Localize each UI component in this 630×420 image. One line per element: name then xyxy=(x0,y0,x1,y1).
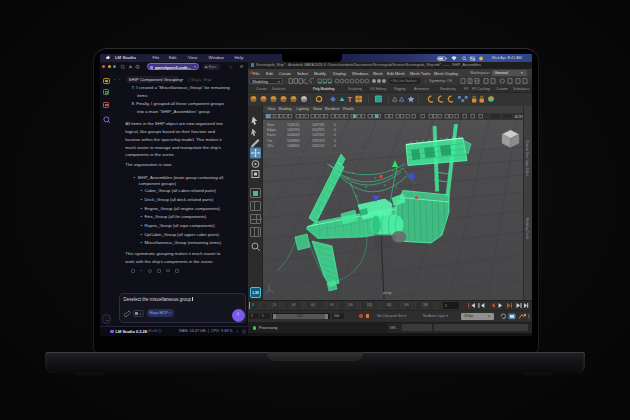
svg-text:Tris: Tris xyxy=(267,138,273,142)
svg-text:Verts: Verts xyxy=(267,122,275,126)
svg-text:1043145: 1043145 xyxy=(287,122,300,126)
svg-text:0: 0 xyxy=(334,144,336,148)
svg-text:1062991: 1062991 xyxy=(312,128,325,132)
svg-text:1068635: 1068635 xyxy=(287,144,300,148)
svg-text:UVs: UVs xyxy=(267,144,273,148)
svg-text:Edges: Edges xyxy=(267,128,276,132)
svg-text:1061993: 1061993 xyxy=(287,128,300,132)
svg-text:1044043: 1044043 xyxy=(287,133,300,137)
svg-text:T: T xyxy=(348,95,353,104)
svg-text:0: 0 xyxy=(334,128,336,132)
svg-text:Faces: Faces xyxy=(267,133,276,137)
svg-text:1065205: 1065205 xyxy=(312,144,325,148)
svg-text:0: 0 xyxy=(334,138,336,142)
svg-text:1047202: 1047202 xyxy=(312,133,325,137)
svg-text:1047585: 1047585 xyxy=(312,122,325,126)
svg-text:persp: persp xyxy=(383,290,392,294)
svg-text:0: 0 xyxy=(334,122,336,126)
svg-text:0: 0 xyxy=(334,133,336,137)
svg-text:1097203: 1097203 xyxy=(312,138,325,142)
svg-text:1093863: 1093863 xyxy=(287,138,300,142)
